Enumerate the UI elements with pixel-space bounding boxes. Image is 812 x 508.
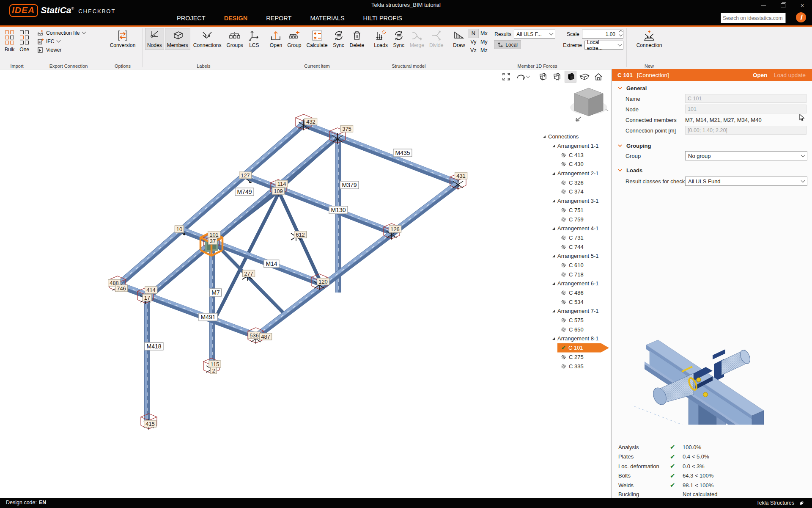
sync-model-button[interactable]: Sync (391, 28, 406, 50)
info-icon[interactable]: i (796, 12, 806, 22)
tree-item[interactable]: C 610 (540, 261, 611, 270)
tree-group[interactable]: Arrangement 1-1 (540, 141, 611, 151)
logo-idea: IDEA (9, 4, 38, 17)
tree-item[interactable]: C 751 (540, 206, 611, 215)
tree-group[interactable]: Arrangement 6-1 (540, 279, 611, 288)
draw-forces-button[interactable]: Draw (451, 28, 466, 50)
extreme-dropdown[interactable]: Local extre... (584, 41, 623, 50)
force-vz-toggle[interactable]: Vz (468, 46, 478, 55)
local-toggle[interactable]: Local (494, 41, 521, 49)
tekla-structures-link[interactable]: Tekla Structures (756, 500, 794, 506)
expand-icon (552, 145, 555, 147)
section-grouping[interactable]: Grouping (618, 143, 651, 149)
conversion-button[interactable]: Conversion (108, 28, 137, 50)
tree-group[interactable]: Arrangement 3-1 (540, 196, 611, 206)
tree-item[interactable]: C 650 (540, 325, 611, 334)
tab-hilti-profis[interactable]: HILTI PROFIS (363, 15, 402, 22)
clipping-view-button[interactable] (579, 71, 590, 82)
tree-item[interactable]: C 413 (540, 150, 611, 160)
model-viewport[interactable]: M435M379M749M130M14M7M491M41843237543112… (0, 69, 611, 498)
new-connection-button[interactable]: Connection (635, 28, 664, 50)
labels-connections-toggle[interactable]: Connections (192, 28, 223, 50)
tree-item[interactable]: C 718 (540, 270, 611, 279)
tree-group[interactable]: Arrangement 4-1 (540, 224, 611, 233)
group-item-button[interactable]: Group (285, 28, 303, 50)
results-dropdown[interactable]: All ULS F... (514, 30, 555, 39)
tree-item[interactable]: C 731 (540, 233, 611, 243)
tab-design[interactable]: DESIGN (224, 15, 248, 22)
tree-item[interactable]: C 430 (540, 160, 611, 169)
tree-group[interactable]: Arrangement 8-1 (540, 334, 611, 343)
check-passed-icon: ✔ (670, 472, 683, 480)
maximize-button[interactable] (773, 0, 793, 11)
tree-item[interactable]: C 335 (540, 362, 611, 371)
search-input[interactable] (721, 15, 790, 21)
force-my-toggle[interactable]: My (478, 38, 489, 46)
minimize-button[interactable] (754, 0, 773, 11)
search-box[interactable] (721, 13, 786, 23)
solid-view-button[interactable] (565, 71, 576, 82)
tree-group[interactable]: Arrangement 5-1 (540, 251, 611, 261)
delete-button[interactable]: Delete (348, 28, 366, 50)
viewer-file-icon (37, 47, 44, 53)
ifc-export-button[interactable]: IFC IFC (37, 38, 85, 45)
tree-item[interactable]: C 275 (540, 353, 611, 362)
scale-spinner[interactable] (620, 30, 622, 36)
shaded-cube-icon (552, 72, 561, 81)
connection-file-icon (37, 30, 44, 36)
structure-3d-scene (0, 69, 611, 498)
result-classes-dropdown[interactable]: All ULS Fund (685, 177, 807, 186)
connection-type: [Connection] (637, 72, 669, 78)
hidden-line-view-button[interactable] (551, 71, 562, 82)
labels-nodes-toggle[interactable]: Nodes (145, 28, 164, 50)
calculate-button[interactable]: Calculate (305, 28, 329, 50)
gear-icon (561, 207, 566, 213)
labels-members-toggle[interactable]: Members (165, 28, 190, 50)
home-view-button[interactable] (593, 71, 604, 82)
tab-materials[interactable]: MATERIALS (310, 15, 344, 22)
tree-item-selected[interactable]: ✔C 101 (557, 343, 609, 353)
solid-cube-icon (566, 72, 575, 81)
tree-item[interactable]: C 326 (540, 178, 611, 187)
sync-item-button[interactable]: Sync (331, 28, 346, 50)
labels-groups-toggle[interactable]: Groups (225, 28, 244, 50)
rotate-view-button[interactable] (515, 71, 531, 82)
connection-file-button[interactable]: Connection file (37, 29, 85, 36)
tree-group[interactable]: Arrangement 2-1 (540, 169, 611, 178)
tree-item[interactable]: C 575 (540, 316, 611, 325)
results-label: Results (494, 31, 511, 37)
zoom-fit-button[interactable] (501, 71, 512, 82)
tree-item[interactable]: C 759 (540, 215, 611, 224)
wireframe-view-button[interactable] (537, 71, 548, 82)
expand-icon (552, 227, 555, 230)
scale-input[interactable]: 1.00 (582, 30, 623, 39)
tab-project[interactable]: PROJECT (177, 15, 206, 22)
labels-lcs-toggle[interactable]: LCS (247, 28, 262, 50)
force-vy-toggle[interactable]: Vy (468, 38, 478, 46)
force-mx-toggle[interactable]: Mx (478, 29, 489, 38)
tree-item[interactable]: C 744 (540, 242, 611, 251)
group-dropdown[interactable]: No group (685, 151, 807, 160)
ribbon-group-member-forces: Draw N Mx Vy My Vz Mz Results All ULS F.… (448, 27, 626, 69)
section-loads[interactable]: Loads (618, 167, 642, 174)
rotate-icon (516, 72, 526, 81)
viewer-button[interactable]: Viewer (37, 46, 85, 53)
tree-group[interactable]: Arrangement 7-1 (540, 306, 611, 316)
tree-item[interactable]: C 374 (540, 187, 611, 196)
tree-item[interactable]: C 534 (540, 297, 611, 306)
navigation-cube[interactable] (568, 83, 609, 125)
load-update-button[interactable]: Load update (774, 72, 806, 78)
force-n-toggle[interactable]: N (468, 29, 478, 38)
close-button[interactable]: × (793, 0, 812, 11)
tree-item[interactable]: C 486 (540, 288, 611, 298)
force-mz-toggle[interactable]: Mz (478, 46, 489, 55)
bulk-import-button[interactable]: Bulk (3, 28, 16, 54)
check-value: Not calculated (683, 491, 717, 497)
open-connection-button[interactable]: Open (753, 72, 768, 78)
loads-button[interactable]: Loads (372, 28, 390, 50)
one-import-button[interactable]: One (18, 28, 31, 54)
section-general[interactable]: General (618, 85, 647, 91)
tab-report[interactable]: REPORT (266, 15, 291, 22)
tree-root-connections[interactable]: Connections (540, 132, 611, 141)
open-item-button[interactable]: Open (268, 28, 284, 50)
